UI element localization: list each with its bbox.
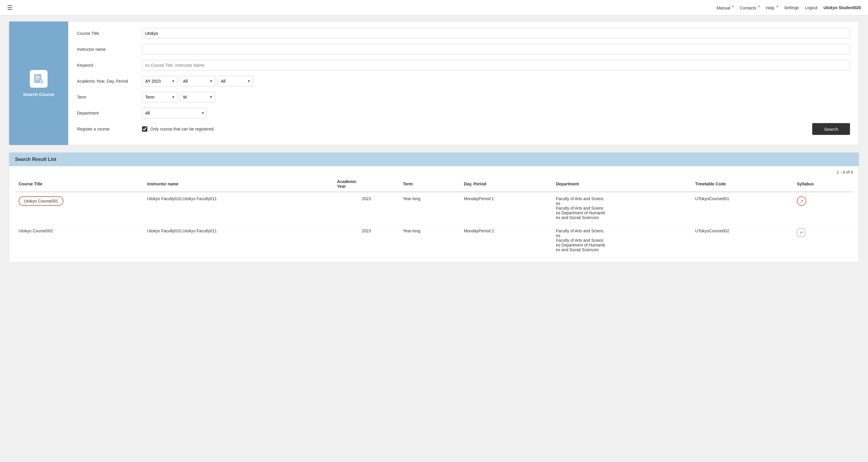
department-row: Department All Faculty of Arts and Scien… (77, 107, 850, 119)
academic-year-select[interactable]: AY 2023 AY 2022 AY 2021 (142, 76, 178, 87)
period-select[interactable]: All 1 2 (218, 76, 253, 87)
contacts-link[interactable]: Contacts ↗ (740, 5, 760, 10)
col-academic-year: AcademicYear (334, 176, 399, 192)
col-day-period: Day, Period (460, 176, 552, 192)
course-title-label: Course Title (77, 31, 142, 36)
register-label: Register a course (77, 127, 142, 131)
col-syllabus: Syllabus (793, 176, 853, 192)
logout-link[interactable]: Logout (805, 5, 817, 10)
col-timetable-code: Timetable Code (692, 176, 793, 192)
academic-year-row: Academic Year, Day, Period AY 2023 AY 20… (77, 75, 850, 87)
external-link-icon: ↗ (776, 5, 778, 8)
menu-icon[interactable]: ☰ (7, 4, 12, 11)
term2-select-wrap: W S F ▼ (180, 92, 215, 102)
svg-rect-2 (35, 78, 40, 78)
result-table: Course Title Instructor name AcademicYea… (15, 176, 853, 256)
instructor-input[interactable] (142, 44, 850, 55)
result-count: 1 - 4 of 4 (15, 166, 853, 176)
search-course-sidebar: Search Course (9, 22, 68, 145)
course-title-text: Utokyo Course002 (19, 228, 53, 233)
term-label: Term (77, 95, 142, 99)
settings-link[interactable]: Settings (784, 5, 799, 10)
table-row: Utokyo Course002 Utokyo Faculty010,Utoky… (15, 224, 853, 256)
instructor-cell: Utokyo Faculty010,Utokyo Faculty011 (144, 224, 334, 256)
day-select[interactable]: All Monday Tuesday (180, 76, 215, 87)
keyword-label: Keyword (77, 63, 142, 68)
academic-year-cell: 2023 (334, 192, 399, 224)
username-label: Utokyo Student020 (824, 5, 861, 10)
term2-select[interactable]: W S F (180, 92, 215, 102)
svg-rect-3 (35, 79, 38, 80)
academic-year-label: Academic Year, Day, Period (77, 79, 142, 84)
instructor-cell: Utokyo Faculty010,Utokyo Faculty011 (144, 192, 334, 224)
register-checkbox-label: Only course that can be registered. (150, 127, 215, 131)
result-header: Search Result List (9, 153, 859, 166)
search-button[interactable]: Search (812, 123, 850, 135)
highlighted-course-title[interactable]: Utokyo Course001 (19, 196, 63, 206)
course-title-cell: Utokyo Course001 (15, 192, 144, 224)
main-content: Search Course Course Title Instructor na… (0, 16, 868, 268)
external-link-icon: ↗ (731, 5, 734, 8)
term-select-wrap: Term Spring Fall Year-long ▼ (142, 92, 178, 102)
timetable-code-cell: UTokyoCourse001 (692, 192, 793, 224)
day-period-cell: MondayPeriod 1 (460, 192, 552, 224)
search-course-icon-box (30, 70, 48, 88)
department-select-wrap: All Faculty of Arts and Sciences Enginee… (142, 108, 207, 118)
department-select[interactable]: All Faculty of Arts and Sciences Enginee… (142, 108, 207, 118)
register-row: Register a course Only course that can b… (77, 123, 850, 135)
term-cell: Year-long (399, 224, 460, 256)
col-term: Term (399, 176, 460, 192)
search-course-label: Search Course (23, 92, 54, 97)
academic-year-cell: 2023 (334, 224, 399, 256)
day-period-cell: MondayPeriod 2 (460, 224, 552, 256)
syllabus-cell: ↗ (793, 192, 853, 224)
department-cell: Faculty of Arts and Sciences Faculty of … (552, 192, 692, 224)
keyword-input[interactable] (142, 60, 850, 70)
top-nav: ☰ Manual ↗ Contacts ↗ Help ↗ Settings Lo… (0, 0, 868, 16)
syllabus-link-highlighted[interactable]: ↗ (797, 196, 806, 206)
svg-rect-1 (35, 76, 39, 76)
search-result-section: Search Result List 1 - 4 of 4 Course Tit… (9, 152, 859, 263)
external-link-icon: ↗ (757, 5, 760, 8)
search-course-card: Search Course Course Title Instructor na… (9, 21, 859, 145)
term-select[interactable]: Term Spring Fall Year-long (142, 92, 178, 102)
syllabus-link[interactable]: ↗ (797, 228, 805, 237)
day-select-wrap: All Monday Tuesday ▼ (180, 76, 215, 87)
col-course-title: Course Title (15, 176, 144, 192)
instructor-row: Instructor name (77, 43, 850, 55)
course-title-cell: Utokyo Course002 (15, 224, 144, 256)
col-instructor: Instructor name (144, 176, 334, 192)
course-icon (33, 73, 44, 84)
syllabus-cell: ↗ (793, 224, 853, 256)
result-body: 1 - 4 of 4 Course Title Instructor name … (9, 166, 859, 262)
col-department: Department (552, 176, 692, 192)
instructor-label: Instructor name (77, 47, 142, 52)
academic-year-select-wrap: AY 2023 AY 2022 AY 2021 ▼ (142, 76, 178, 87)
term-cell: Year-long (399, 192, 460, 224)
course-title-row: Course Title (77, 27, 850, 39)
register-checkbox[interactable] (142, 126, 147, 132)
course-title-input[interactable] (142, 28, 850, 39)
table-row: Utokyo Course001 Utokyo Faculty010,Utoky… (15, 192, 853, 224)
period-select-wrap: All 1 2 ▼ (218, 76, 253, 87)
help-link[interactable]: Help ↗ (766, 5, 778, 10)
timetable-code-cell: UTokyoCourse002 (692, 224, 793, 256)
department-cell: Faculty of Arts and Sciences Faculty of … (552, 224, 692, 256)
search-form: Course Title Instructor name Keyword (68, 22, 859, 145)
keyword-row: Keyword (77, 59, 850, 71)
table-header-row: Course Title Instructor name AcademicYea… (15, 176, 853, 192)
manual-link[interactable]: Manual ↗ (717, 5, 734, 10)
term-row: Term Term Spring Fall Year-long ▼ W (77, 91, 850, 103)
department-label: Department (77, 111, 142, 116)
